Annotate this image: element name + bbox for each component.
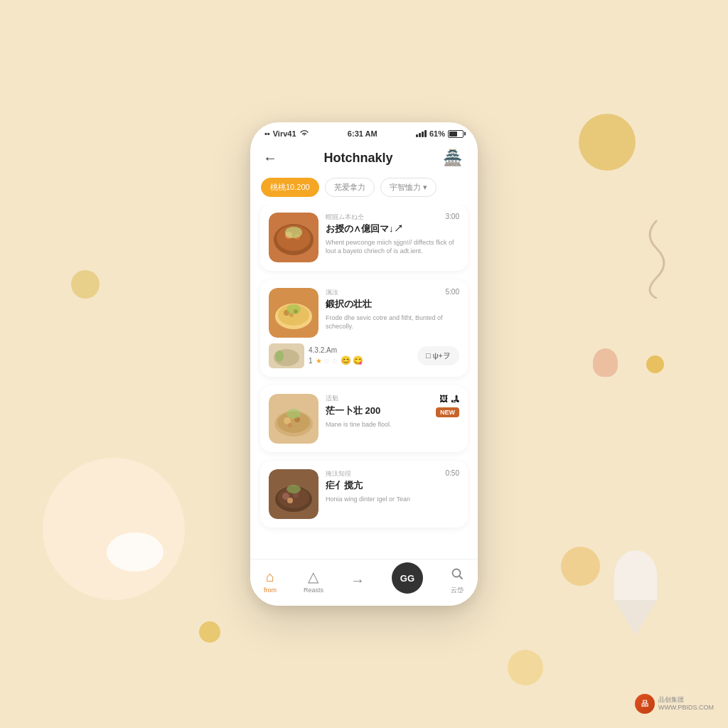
filter-tabs: 桃桃10.200 芜爱拿力 宇智恤力 ▾ [250, 178, 478, 204]
card-1-time: 5:00 [446, 288, 459, 296]
card-0-desc: Whent pewconge miich sjjgn!// diffects f… [326, 238, 459, 256]
back-button[interactable]: ← [263, 150, 277, 166]
card-0-category: 帽掘ム本ね仝 [326, 213, 364, 222]
card-2-icon-row: 🖼 🏞 [439, 394, 459, 404]
home-icon: ⌂ [266, 569, 274, 585]
food-card-0: 帽掘ム本ね仝 3:00 お授の∧億回マ↓↗ Whent pewconge mii… [260, 204, 468, 271]
bg-decoration-1 [579, 114, 636, 171]
card-1-category: 渢汝 [326, 288, 338, 297]
bg-decoration-6 [646, 355, 664, 373]
watermark-logo: 品 [635, 694, 655, 714]
svg-line-31 [459, 576, 462, 579]
filter-tab-0[interactable]: 桃桃10.200 [261, 178, 319, 197]
card-3-time: 0:50 [446, 469, 459, 477]
card-3-title: 疟亻搅亢 [326, 480, 459, 492]
bg-decoration-3 [561, 547, 600, 586]
alerts-icon: △ [308, 568, 318, 585]
svg-point-15 [275, 350, 284, 362]
card-1-order-button[interactable]: □ ψ+ヲ [417, 346, 459, 365]
food-card-3: 掩汰知徨 0:50 疟亻搅亢 Honia wing dinter Igel or… [260, 461, 468, 528]
svg-point-5 [285, 227, 302, 238]
bg-blob-peach [593, 348, 618, 377]
bg-decoration-5 [508, 650, 543, 685]
new-badge: NEW [436, 407, 459, 417]
card-0-title: お授の∧億回マ↓↗ [326, 223, 459, 235]
card-1-desc: Frode dhe sevic cotre and fitht, Bunted … [326, 314, 459, 331]
card-1-rating-count: 1 [309, 357, 313, 365]
watermark: 品 品创集团 WWW.PBIDS.COM [635, 694, 714, 714]
wifi-icon [299, 129, 309, 138]
restaurant-title: Hotchnakly [323, 151, 392, 166]
nav-profile-button[interactable]: GG [392, 562, 423, 594]
status-dots: •• [264, 129, 270, 138]
card-3-category: 掩汰知徨 [326, 469, 351, 478]
phone-frame: •• Virv41 6:31 AM 61% ← Hotchnakly 🏯 [250, 122, 478, 606]
nav-item-alerts[interactable]: △ Reasts [304, 568, 323, 594]
carrier-name: Virv41 [273, 129, 296, 138]
card-1-emoji-badges: 😊 😋 [341, 355, 363, 365]
food-image-2 [269, 394, 318, 444]
bg-decoration-4 [199, 621, 220, 643]
bg-blob-white [107, 532, 164, 572]
battery-icon [448, 130, 464, 138]
nav-label-alerts: Reasts [304, 587, 323, 594]
battery-percent: 61% [429, 129, 445, 138]
watermark-text: 品创集团 WWW.PBIDS.COM [658, 696, 714, 712]
card-1-stars: ★ ☆ ☆ [316, 357, 338, 365]
card-1-extra: 4.3.2.Am 1 ★ ☆ ☆ 😊 😋 [269, 343, 459, 368]
card-2-title: 茫一卜壮 200 [326, 405, 380, 417]
food-image-1 [269, 288, 318, 338]
filter-tab-2[interactable]: 宇智恤力 ▾ [380, 178, 437, 197]
restaurant-icon: 🏯 [439, 145, 465, 171]
top-nav: ← Hotchnakly 🏯 [250, 141, 478, 178]
nav-item-add[interactable]: → [350, 572, 365, 590]
card-1-extra-image [269, 343, 304, 368]
card-2-desc: Mane is tine bade flool. [326, 420, 459, 429]
status-bar: •• Virv41 6:31 AM 61% [250, 122, 478, 141]
svg-point-28 [287, 498, 293, 503]
food-card-1: 渢汝 5:00 鍛択の壮壮 Frode dhe sevic cotre and … [260, 279, 468, 377]
filter-tab-1[interactable]: 芜爱拿力 [325, 178, 375, 197]
search-icon [450, 567, 464, 584]
card-2-category: 适魁 [326, 394, 338, 403]
svg-point-22 [288, 423, 292, 427]
add-icon: → [350, 572, 365, 589]
svg-point-29 [287, 485, 301, 493]
nav-label-search: 云岱 [451, 586, 464, 595]
card-1-rating-label: 4.3.2.Am [309, 346, 337, 354]
card-0-time: 3:00 [446, 213, 459, 220]
svg-point-12 [287, 304, 301, 314]
card-3-desc: Honia wing dinter Igel or Tean [326, 495, 459, 504]
status-left: •• Virv41 [264, 129, 309, 138]
food-image-0 [269, 213, 318, 262]
nav-item-search[interactable]: 云岱 [450, 567, 464, 595]
bg-decoration-2 [71, 270, 100, 299]
svg-point-21 [287, 409, 301, 419]
bottom-nav: ⌂ from △ Reasts → GG 云岱 [250, 559, 478, 606]
nav-item-home[interactable]: ⌂ from [264, 569, 277, 594]
card-1-title: 鍛択の壮壮 [326, 299, 459, 311]
status-right: 61% [416, 129, 464, 138]
signal-icon [416, 130, 427, 137]
wavy-line-decoration [600, 213, 671, 299]
food-image-3 [269, 469, 318, 519]
status-time: 6:31 AM [348, 129, 378, 138]
food-list: 帽掘ム本ね仝 3:00 お授の∧億回マ↓↗ Whent pewconge mii… [250, 204, 478, 559]
nav-label-home: from [264, 587, 277, 594]
decorative-cone [614, 550, 657, 636]
bg-blob-large [43, 458, 185, 600]
food-card-2: 适魁 🖼 🏞 茫一卜壮 200 NEW Mane is tine bade fl… [260, 385, 468, 452]
